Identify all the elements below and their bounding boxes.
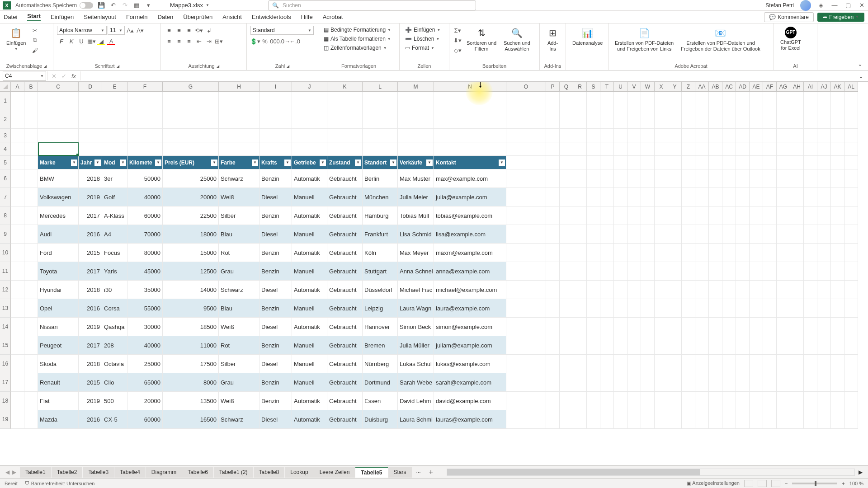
sheet-tab-tabelle3[interactable]: Tabelle3 <box>83 467 114 478</box>
cell[interactable]: 2015 <box>79 244 102 262</box>
cell[interactable] <box>627 373 641 392</box>
cell[interactable] <box>560 206 573 225</box>
cell[interactable] <box>831 156 844 169</box>
cell[interactable] <box>655 262 668 281</box>
cell[interactable] <box>573 188 587 206</box>
cell[interactable] <box>763 373 777 392</box>
cell[interactable] <box>777 188 790 206</box>
cell[interactable] <box>24 410 38 429</box>
dialog-launcher-icon[interactable]: ◢ <box>44 64 47 68</box>
cell[interactable]: Benzin <box>259 262 292 281</box>
cell[interactable] <box>627 169 641 188</box>
maximize-icon[interactable]: ▢ <box>844 2 852 9</box>
cell[interactable] <box>695 410 709 429</box>
menu-ansicht[interactable]: Ansicht <box>222 14 242 20</box>
cell[interactable] <box>600 225 614 244</box>
sheet-tab-tabelle1[interactable]: Tabelle1 <box>20 467 51 478</box>
cell[interactable] <box>804 373 817 392</box>
cell[interactable] <box>24 262 38 281</box>
cell[interactable] <box>11 142 24 156</box>
cell[interactable] <box>736 392 750 410</box>
cell[interactable] <box>627 156 641 169</box>
cell[interactable] <box>546 392 560 410</box>
cell[interactable] <box>655 299 668 318</box>
cell[interactable] <box>11 373 24 392</box>
cell[interactable]: Schwarz <box>219 410 259 429</box>
cell[interactable] <box>11 299 24 318</box>
cell[interactable] <box>709 169 722 188</box>
col-header-AA[interactable]: AA <box>695 82 709 92</box>
cell[interactable] <box>11 156 24 169</box>
cell[interactable] <box>259 92 292 110</box>
cell[interactable] <box>790 392 804 410</box>
cell[interactable] <box>655 110 668 129</box>
cell[interactable] <box>682 129 695 142</box>
copy-icon[interactable]: ⧉ <box>30 36 39 45</box>
cell[interactable]: 35000 <box>127 281 163 299</box>
cell[interactable]: 30000 <box>127 318 163 336</box>
cell[interactable] <box>804 410 817 429</box>
cell[interactable] <box>560 336 573 355</box>
cell[interactable] <box>817 92 831 110</box>
cell[interactable] <box>102 142 127 156</box>
cell[interactable] <box>763 142 777 156</box>
cell[interactable] <box>817 156 831 169</box>
cell[interactable] <box>831 92 844 110</box>
cell[interactable] <box>709 318 722 336</box>
cell[interactable] <box>627 206 641 225</box>
cell[interactable] <box>573 129 587 142</box>
cell[interactable]: Mazda <box>38 410 79 429</box>
cell[interactable] <box>736 318 750 336</box>
cell[interactable] <box>817 410 831 429</box>
cell[interactable]: Benzin <box>259 336 292 355</box>
cell[interactable] <box>655 373 668 392</box>
cell[interactable]: Dortmund <box>363 373 398 392</box>
cell[interactable]: Diesel <box>259 355 292 373</box>
cell[interactable] <box>546 188 560 206</box>
cell[interactable] <box>709 392 722 410</box>
col-header-B[interactable]: B <box>24 82 38 92</box>
cell[interactable] <box>750 188 763 206</box>
cell[interactable] <box>587 336 600 355</box>
cell[interactable] <box>627 299 641 318</box>
row-header-17[interactable]: 17 <box>0 373 11 392</box>
cell[interactable] <box>546 206 560 225</box>
cell[interactable]: 65000 <box>127 373 163 392</box>
cell[interactable]: Laura Wagn <box>398 299 434 318</box>
cell[interactable] <box>506 318 546 336</box>
filter-icon[interactable]: ▼ <box>320 160 326 166</box>
cell[interactable] <box>736 92 750 110</box>
cell[interactable] <box>363 110 398 129</box>
cell[interactable] <box>682 410 695 429</box>
cell[interactable] <box>790 244 804 262</box>
filter-icon[interactable]: ▼ <box>252 160 258 166</box>
col-header-C[interactable]: C <box>38 82 79 92</box>
cell[interactable] <box>38 92 79 110</box>
formula-input[interactable] <box>80 71 856 81</box>
cell[interactable] <box>614 262 627 281</box>
cell[interactable] <box>804 336 817 355</box>
cell[interactable]: Clio <box>102 373 127 392</box>
col-header-D[interactable]: D <box>79 82 102 92</box>
cell[interactable] <box>627 225 641 244</box>
cell[interactable] <box>292 92 327 110</box>
cell[interactable] <box>763 318 777 336</box>
cell[interactable] <box>804 262 817 281</box>
cell[interactable]: Gebraucht <box>327 206 363 225</box>
col-header-AG[interactable]: AG <box>777 82 790 92</box>
cell[interactable]: 2016 <box>79 225 102 244</box>
cell[interactable] <box>709 281 722 299</box>
cell[interactable] <box>722 373 736 392</box>
cell[interactable]: 2016 <box>79 299 102 318</box>
cell[interactable] <box>722 129 736 142</box>
cell[interactable] <box>614 110 627 129</box>
cell[interactable] <box>831 206 844 225</box>
cell[interactable] <box>722 206 736 225</box>
cell[interactable] <box>11 262 24 281</box>
cell[interactable]: Blau <box>219 225 259 244</box>
paste-button[interactable]: 📋 Einfügen ▼ <box>4 26 28 52</box>
font-name-combo[interactable]: Aptos Narrow▼ <box>57 26 107 35</box>
row-header-18[interactable]: 18 <box>0 392 11 410</box>
cell[interactable] <box>560 392 573 410</box>
filter-icon[interactable]: ▼ <box>155 160 161 166</box>
